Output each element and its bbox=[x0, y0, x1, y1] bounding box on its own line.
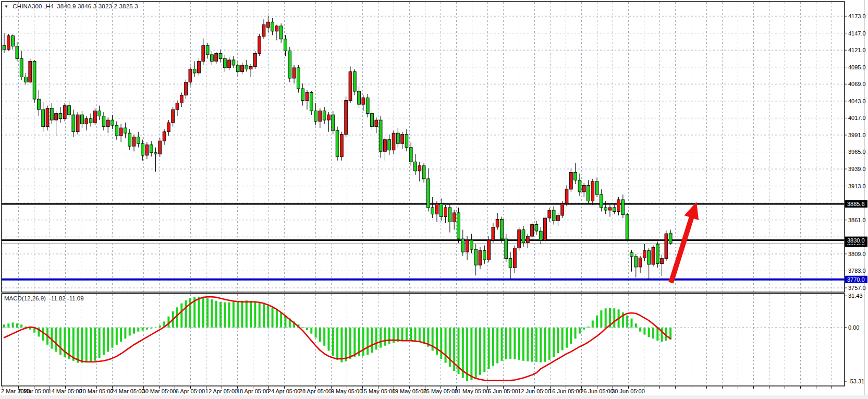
macd-bar bbox=[107, 328, 109, 352]
macd-bar bbox=[202, 297, 204, 328]
time-tick-label: 16 Jun 05:00 bbox=[549, 388, 582, 394]
time-tick-label: 30 Mar 05:00 bbox=[142, 388, 176, 394]
candle-body bbox=[479, 251, 482, 265]
candle-body bbox=[409, 148, 412, 162]
macd-bar bbox=[302, 327, 304, 328]
price-level-label: 3770.0 bbox=[845, 276, 867, 283]
candle-body bbox=[33, 61, 36, 99]
candle-body bbox=[353, 71, 356, 91]
candle-body bbox=[652, 247, 655, 264]
macd-bar bbox=[414, 328, 417, 341]
macd-bar bbox=[479, 328, 481, 375]
candle-body bbox=[310, 93, 313, 111]
macd-bar bbox=[159, 325, 161, 328]
macd-bar bbox=[492, 328, 494, 366]
time-tick-label: 12 Jun 05:00 bbox=[518, 388, 551, 394]
price-level-label-text: 3830.0 bbox=[847, 237, 865, 244]
candle-body bbox=[634, 257, 638, 267]
macd-bar bbox=[631, 319, 633, 328]
macd-bar bbox=[553, 328, 555, 357]
candle-body bbox=[215, 53, 218, 61]
candle bbox=[93, 108, 96, 126]
candle-body bbox=[119, 128, 123, 136]
candle-body bbox=[219, 53, 222, 58]
candle-body bbox=[279, 26, 283, 39]
candle bbox=[487, 236, 491, 262]
macd-bar bbox=[380, 328, 382, 348]
price-tick-label: 3783.0 bbox=[848, 268, 866, 274]
macd-bar bbox=[323, 328, 325, 346]
candle-body bbox=[314, 111, 317, 122]
macd-bar bbox=[206, 298, 209, 328]
chart-canvas[interactable]: 4173.04147.04121.04095.04069.04043.04017… bbox=[0, 0, 868, 399]
macd-bar bbox=[267, 305, 269, 328]
macd-bar bbox=[527, 328, 529, 361]
candle bbox=[63, 103, 66, 122]
chart-title: ▼ CHINA300-,H4 3840.9 3846.3 3823.2 3825… bbox=[4, 3, 138, 9]
macd-bar bbox=[440, 328, 442, 359]
candle-body bbox=[211, 55, 214, 62]
macd-bar bbox=[185, 300, 187, 328]
candle-body bbox=[669, 233, 672, 244]
candle-body bbox=[591, 182, 594, 201]
macd-bar bbox=[211, 299, 213, 328]
candle-body bbox=[466, 240, 469, 252]
candle bbox=[76, 112, 79, 135]
candle-body bbox=[245, 65, 248, 69]
symbol-dropdown-icon[interactable]: ▼ bbox=[4, 4, 8, 9]
candle-body bbox=[595, 182, 598, 195]
candle-body bbox=[232, 60, 235, 65]
macd-bar bbox=[215, 301, 217, 328]
time-tick-label: 28 Apr 05:00 bbox=[299, 388, 332, 394]
candle-body bbox=[544, 218, 547, 240]
candle bbox=[591, 179, 594, 205]
macd-bar bbox=[514, 328, 516, 359]
candle-body bbox=[202, 45, 205, 61]
macd-bar bbox=[81, 328, 83, 363]
candle-body bbox=[111, 120, 114, 125]
candle-body bbox=[206, 45, 209, 55]
candle-body bbox=[665, 234, 668, 259]
price-tick-label: 4017.0 bbox=[848, 115, 866, 121]
candle-body bbox=[427, 179, 430, 208]
candle bbox=[518, 227, 521, 251]
candle-body bbox=[552, 210, 555, 221]
time-tick-label: 8 Mar 05:00 bbox=[19, 388, 50, 394]
macd-bar bbox=[592, 320, 594, 328]
macd-bar bbox=[55, 328, 57, 352]
candle-body bbox=[470, 240, 473, 250]
candle-body bbox=[431, 208, 434, 214]
candle-body bbox=[16, 46, 19, 59]
candle-body bbox=[578, 180, 581, 192]
candle-body bbox=[418, 166, 421, 171]
candle-body bbox=[526, 236, 529, 243]
macd-bar bbox=[116, 328, 118, 345]
macd-bar bbox=[518, 328, 520, 360]
candle-body bbox=[371, 114, 374, 127]
macd-bar bbox=[237, 301, 239, 328]
price-tick-label: 3991.0 bbox=[848, 132, 866, 138]
candle bbox=[158, 138, 162, 156]
time-tick-label: 25 May 05:00 bbox=[423, 388, 458, 394]
candle-body bbox=[336, 130, 339, 156]
candle bbox=[29, 58, 32, 83]
macd-bar bbox=[410, 328, 412, 340]
candle-body bbox=[608, 208, 612, 210]
candle-body bbox=[444, 208, 447, 217]
candle-body bbox=[189, 69, 192, 82]
candle-body bbox=[661, 259, 664, 264]
candle-body bbox=[89, 119, 92, 123]
candle-body bbox=[249, 66, 252, 69]
candle-body bbox=[647, 251, 651, 264]
candle-body bbox=[392, 133, 395, 150]
trading-chart-window[interactable]: ▼ CHINA300-,H4 3840.9 3846.3 3823.2 3825… bbox=[0, 0, 868, 399]
macd-bar bbox=[362, 328, 364, 356]
macd-bar bbox=[436, 328, 438, 355]
candle-body bbox=[453, 213, 456, 222]
macd-bar bbox=[310, 328, 312, 334]
candle-body bbox=[319, 111, 322, 122]
macd-bar bbox=[613, 308, 615, 328]
candle bbox=[500, 216, 504, 243]
candle bbox=[258, 34, 261, 56]
macd-bar bbox=[72, 328, 75, 361]
